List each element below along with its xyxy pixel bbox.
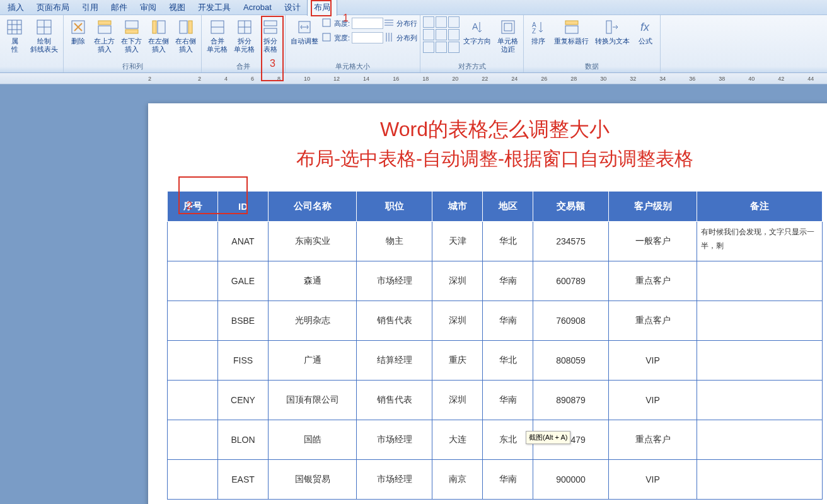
split-table-button[interactable]: 拆分 表格 [258, 16, 282, 55]
tab-review[interactable]: 审阅 [134, 0, 163, 16]
distribute-rows-button[interactable]: 分布行 [385, 16, 417, 30]
cell[interactable]: 销售代表 [357, 381, 432, 420]
table-row[interactable]: EAST国银贸易市场经理南京华南900000VIP [168, 460, 823, 500]
cell[interactable] [697, 381, 823, 420]
cell[interactable]: GALE [218, 261, 269, 301]
insert-below-button[interactable]: 在下方 插入 [119, 16, 144, 55]
cell[interactable]: 结算经理 [357, 341, 432, 381]
cell[interactable]: EAST [218, 460, 269, 500]
convert-text-button[interactable]: 转换为文本 [593, 16, 632, 47]
cell[interactable]: 华南 [483, 381, 533, 420]
autofit-button[interactable]: 自动调整 [288, 16, 321, 47]
cell[interactable]: VIP [609, 341, 697, 381]
cell[interactable]: 国顶有限公司 [269, 381, 357, 420]
repeat-header-button[interactable]: 重复标题行 [552, 16, 591, 47]
cell[interactable]: 市场经理 [357, 261, 432, 301]
cell[interactable]: 市场经理 [357, 420, 432, 460]
cell[interactable]: 华南 [483, 460, 533, 500]
width-input[interactable] [352, 32, 383, 43]
insert-above-button[interactable]: 在上方 插入 [91, 16, 117, 55]
split-cells-button[interactable]: 拆分 单元格 [231, 16, 257, 55]
align-tl[interactable] [423, 16, 434, 28]
cell[interactable]: 900000 [533, 460, 609, 500]
tab-developer[interactable]: 开发工具 [192, 0, 237, 16]
cell[interactable] [168, 341, 218, 381]
table-row[interactable]: FISS广通结算经理重庆华北808059VIP [168, 341, 823, 381]
cell[interactable] [697, 460, 823, 500]
align-tr[interactable] [448, 16, 460, 28]
cell[interactable] [168, 261, 218, 301]
tab-layout[interactable]: 布局 [307, 0, 337, 16]
cell[interactable]: 华北 [483, 222, 533, 261]
tab-references[interactable]: 引用 [76, 0, 105, 16]
col-header-3[interactable]: 职位 [357, 192, 432, 222]
cell[interactable]: 重点客户 [609, 301, 697, 341]
cell[interactable]: CENY [218, 381, 269, 420]
merge-cells-button[interactable]: 合并 单元格 [204, 16, 230, 55]
tab-insert[interactable]: 插入 [1, 0, 30, 16]
tab-design[interactable]: 设计 [278, 0, 307, 16]
cell[interactable]: 华南 [483, 261, 533, 301]
cell[interactable] [168, 222, 218, 261]
insert-left-button[interactable]: 在左侧 插入 [146, 16, 171, 55]
tab-acrobat[interactable]: Acrobat [237, 0, 278, 14]
col-header-6[interactable]: 交易额 [533, 192, 609, 222]
col-header-1[interactable]: ID [218, 192, 269, 222]
cell[interactable] [168, 301, 218, 341]
align-mc[interactable] [436, 29, 447, 40]
properties-button[interactable]: 属 性 [3, 16, 26, 55]
cell[interactable] [697, 420, 823, 460]
col-header-0[interactable]: 序号 [168, 192, 218, 222]
cell[interactable]: ANAT [218, 222, 269, 261]
col-header-7[interactable]: 客户级别 [609, 192, 697, 222]
cell[interactable]: 808059 [533, 341, 609, 381]
cell[interactable]: 深圳 [432, 381, 483, 420]
table-row[interactable]: CENY国顶有限公司销售代表深圳华南890879VIP [168, 381, 823, 420]
cell[interactable] [168, 420, 218, 460]
cell[interactable]: 国皓 [269, 420, 357, 460]
cell[interactable]: 广通 [269, 341, 357, 381]
cell[interactable]: FISS [218, 341, 269, 381]
cell[interactable]: 重庆 [432, 341, 483, 381]
delete-button[interactable]: 删除 [66, 16, 90, 47]
table-row[interactable]: BLON国皓市场经理大连东北565479重点客户 [168, 420, 823, 460]
cell[interactable]: 深圳 [432, 261, 483, 301]
cell[interactable]: 光明杂志 [269, 301, 357, 341]
cell[interactable]: BSBE [218, 301, 269, 341]
horizontal-ruler[interactable]: 2246810121416182022242628303234363840424… [0, 73, 827, 84]
tab-page-layout[interactable]: 页面布局 [30, 0, 76, 16]
cell[interactable]: VIP [609, 460, 697, 500]
align-br[interactable] [448, 42, 460, 53]
align-ml[interactable] [423, 29, 434, 40]
cell[interactable]: 一般客户 [609, 222, 697, 261]
cell[interactable]: 重点客户 [609, 420, 697, 460]
distribute-cols-button[interactable]: 分布列 [385, 31, 417, 45]
cell[interactable]: 有时候我们会发现，文字只显示一半，剩 [697, 222, 823, 261]
cell[interactable] [697, 261, 823, 301]
align-tc[interactable] [436, 16, 447, 28]
cell[interactable]: 国银贸易 [269, 460, 357, 500]
height-input[interactable] [352, 18, 383, 29]
col-header-5[interactable]: 地区 [483, 192, 533, 222]
cell[interactable]: 市场经理 [357, 460, 432, 500]
cell-margins-button[interactable]: 单元格 边距 [495, 16, 521, 55]
table-row[interactable]: ANAT东南实业物主天津华北234575一般客户有时候我们会发现，文字只显示一半… [168, 222, 823, 261]
align-mr[interactable] [448, 29, 460, 40]
cell[interactable]: 华南 [483, 301, 533, 341]
sort-button[interactable]: AZ排序 [526, 16, 550, 47]
cell[interactable] [168, 381, 218, 420]
col-header-2[interactable]: 公司名称 [269, 192, 357, 222]
cell[interactable]: 重点客户 [609, 261, 697, 301]
cell[interactable]: VIP [609, 381, 697, 420]
cell[interactable] [697, 341, 823, 381]
cell[interactable]: 森通 [269, 261, 357, 301]
cell[interactable]: 760908 [533, 301, 609, 341]
text-direction-button[interactable]: A文字方向 [461, 16, 494, 47]
cell[interactable]: BLON [218, 420, 269, 460]
draw-diagonal-button[interactable]: 绘制 斜线表头 [28, 16, 61, 55]
cell[interactable]: 东南实业 [269, 222, 357, 261]
cell[interactable]: 物主 [357, 222, 432, 261]
cell[interactable]: 南京 [432, 460, 483, 500]
tab-mailings[interactable]: 邮件 [105, 0, 134, 16]
table-row[interactable]: GALE森通市场经理深圳华南600789重点客户 [168, 261, 823, 301]
